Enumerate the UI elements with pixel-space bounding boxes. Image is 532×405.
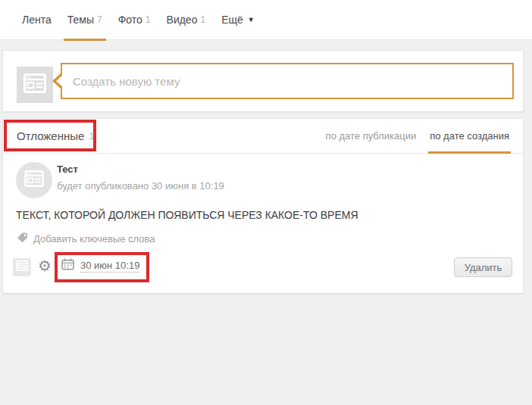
schedule-date-text: 30 июн 10:19 (80, 260, 139, 273)
chevron-down-icon: ▼ (248, 16, 255, 23)
settings-gear-icon[interactable]: ⚙ (38, 257, 52, 275)
nav-item-count: 1 (200, 14, 205, 25)
topic-avatar (16, 162, 52, 198)
publish-as-topic-button[interactable] (13, 258, 31, 276)
create-topic-input[interactable] (61, 63, 514, 99)
deferred-title: Отложенные (17, 129, 84, 142)
sort-tabs: по дате публикации по дате создания (326, 119, 509, 153)
browser-window-icon (16, 260, 28, 274)
delete-button[interactable]: Удалить (454, 257, 512, 277)
deferred-topics-card: Отложенные 1 по дате публикации по дате … (2, 118, 524, 294)
nav-item-label: Фото (118, 14, 142, 26)
calendar-icon (61, 258, 74, 273)
group-avatar (17, 67, 53, 103)
browser-window-icon (24, 170, 44, 190)
deferred-count: 1 (89, 130, 94, 142)
nav-item-label: Темы (67, 14, 94, 26)
browser-window-icon (23, 73, 46, 96)
schedule-date-link[interactable]: 30 июн 10:19 (61, 258, 139, 273)
nav-item-photos[interactable]: Фото 1 (118, 0, 151, 40)
tab-sort-by-create-date[interactable]: по дате создания (430, 119, 509, 153)
nav-item-count: 7 (97, 14, 102, 25)
topic-body-text: ТЕКСТ, КОТОРОЙ ДОЛЖЕН ПОЯВИТЬСЯ ЧЕРЕЗ КА… (16, 209, 358, 221)
create-topic-bubble (61, 63, 514, 99)
topic-publish-status: будет опубликовано 30 июня в 10:19 (57, 180, 224, 192)
bubble-tail-inner (56, 76, 62, 86)
nav-item-label: Ещё (221, 14, 243, 26)
nav-item-label: Видео (167, 14, 198, 26)
nav-item-videos[interactable]: Видео 1 (167, 0, 206, 40)
nav-item-count: 1 (146, 14, 151, 25)
nav-item-more[interactable]: Ещё ▼ (221, 0, 255, 40)
nav-item-feed[interactable]: Лента (22, 0, 52, 40)
topic-author[interactable]: Тест (57, 164, 78, 175)
tab-label: по дате создания (430, 130, 509, 142)
add-keywords-label: Добавить ключевые слова (33, 233, 155, 245)
nav-item-topics[interactable]: Темы 7 (67, 0, 102, 40)
tab-label: по дате публикации (326, 130, 417, 142)
create-topic-card (2, 50, 524, 112)
nav-item-label: Лента (22, 14, 52, 26)
add-keywords-link[interactable]: Добавить ключевые слова (17, 232, 155, 246)
top-navbar: Лента Темы 7 Фото 1 Видео 1 Ещё ▼ (0, 0, 532, 40)
tag-icon (17, 232, 28, 246)
deferred-header: Отложенные 1 по дате публикации по дате … (3, 119, 523, 154)
tab-sort-by-publish-date[interactable]: по дате публикации (326, 119, 417, 153)
